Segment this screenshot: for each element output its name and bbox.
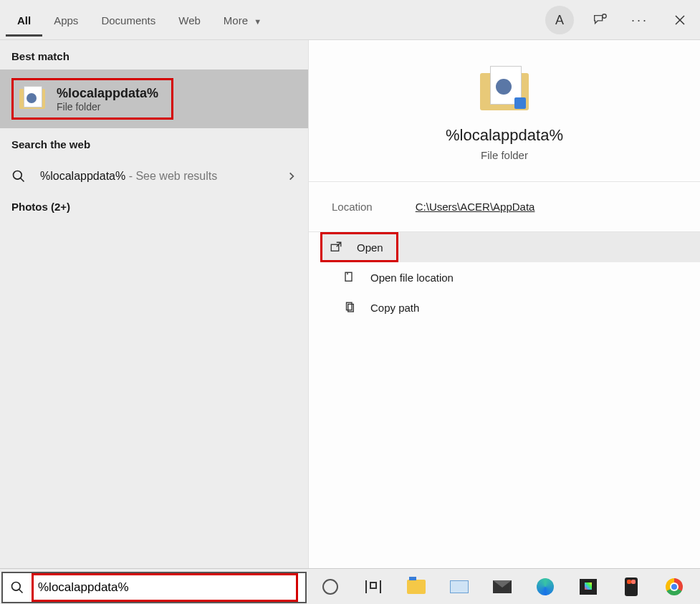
taskbar — [0, 568, 700, 604]
search-body: Best match %localappdata% File folder Se… — [0, 40, 700, 568]
feedback-icon[interactable] — [585, 6, 614, 34]
web-search-result[interactable]: %localappdata% - See web results — [0, 158, 308, 195]
preview-subtitle: File folder — [481, 149, 528, 161]
folder-icon-large — [476, 62, 533, 113]
search-input-highlight — [32, 573, 298, 602]
caret-down-icon: ▼ — [254, 17, 262, 26]
best-match-subtitle: File folder — [57, 101, 158, 112]
web-result-suffix: - See web results — [125, 170, 217, 182]
web-result-query: %localappdata% — [40, 170, 125, 182]
microsoft-store-icon[interactable] — [577, 576, 599, 598]
best-match-header: Best match — [0, 40, 308, 69]
chrome-icon[interactable] — [663, 576, 685, 598]
open-icon — [330, 241, 342, 254]
user-avatar[interactable]: A — [545, 6, 574, 34]
svg-rect-7 — [345, 272, 352, 281]
best-match-result[interactable]: %localappdata% File folder — [0, 69, 308, 128]
photos-header[interactable]: Photos (2+) — [0, 195, 308, 219]
close-button[interactable] — [666, 6, 694, 34]
taskbar-apps — [308, 569, 700, 604]
tab-list: All Apps Documents Web More ▼ — [6, 3, 273, 37]
best-match-highlight: %localappdata% File folder — [11, 78, 173, 120]
search-input[interactable] — [34, 580, 296, 595]
file-explorer-icon[interactable] — [406, 576, 427, 598]
svg-point-0 — [603, 14, 607, 19]
tab-documents[interactable]: Documents — [90, 3, 167, 37]
figma-icon[interactable] — [620, 576, 642, 598]
search-icon — [10, 580, 24, 595]
actions-list: Open Open file location Copy path — [309, 232, 700, 322]
tabbar-right-controls: A ··· — [545, 0, 694, 40]
action-open-file-location-label: Open file location — [370, 272, 454, 284]
search-web-header: Search the web — [0, 128, 308, 158]
svg-line-4 — [21, 178, 24, 182]
tab-web[interactable]: Web — [167, 3, 212, 37]
chevron-right-icon — [287, 171, 297, 181]
results-pane: Best match %localappdata% File folder Se… — [0, 40, 308, 568]
search-icon — [11, 169, 26, 183]
open-highlight: Open — [320, 232, 398, 262]
svg-point-3 — [14, 171, 22, 180]
taskbar-search-wrapper — [0, 569, 308, 605]
tab-apps[interactable]: Apps — [42, 3, 90, 37]
mail-app-icon[interactable] — [492, 576, 513, 598]
best-match-title: %localappdata% — [57, 86, 158, 101]
cortana-icon[interactable] — [320, 576, 341, 598]
copy-icon — [343, 301, 356, 314]
edge-browser-icon[interactable] — [534, 576, 556, 598]
location-row: Location C:\Users\ACER\AppData — [309, 182, 700, 231]
keyboard-app-icon[interactable] — [449, 576, 470, 598]
preview-title: %localappdata% — [446, 126, 563, 145]
preview-pane: %localappdata% File folder Location C:\U… — [308, 40, 700, 568]
best-match-text: %localappdata% File folder — [57, 86, 158, 112]
more-options-icon[interactable]: ··· — [625, 6, 654, 34]
task-view-icon[interactable] — [363, 576, 384, 598]
search-filter-tabs: All Apps Documents Web More ▼ A ··· — [0, 0, 700, 40]
svg-point-10 — [12, 582, 21, 590]
action-copy-path-label: Copy path — [370, 302, 419, 314]
svg-line-11 — [19, 589, 23, 593]
action-copy-path[interactable]: Copy path — [320, 292, 700, 322]
tab-all[interactable]: All — [6, 3, 42, 37]
tab-more[interactable]: More ▼ — [212, 3, 273, 37]
folder-icon — [18, 85, 47, 113]
location-label: Location — [332, 201, 373, 213]
web-result-text: %localappdata% - See web results — [40, 170, 272, 183]
tab-more-label: More — [224, 14, 248, 27]
action-open[interactable]: Open — [320, 232, 700, 262]
action-open-file-location[interactable]: Open file location — [320, 262, 700, 292]
action-open-label: Open — [357, 241, 383, 254]
folder-location-icon — [343, 271, 356, 284]
location-value[interactable]: C:\Users\ACER\AppData — [416, 201, 535, 213]
taskbar-search-box[interactable] — [1, 572, 307, 603]
